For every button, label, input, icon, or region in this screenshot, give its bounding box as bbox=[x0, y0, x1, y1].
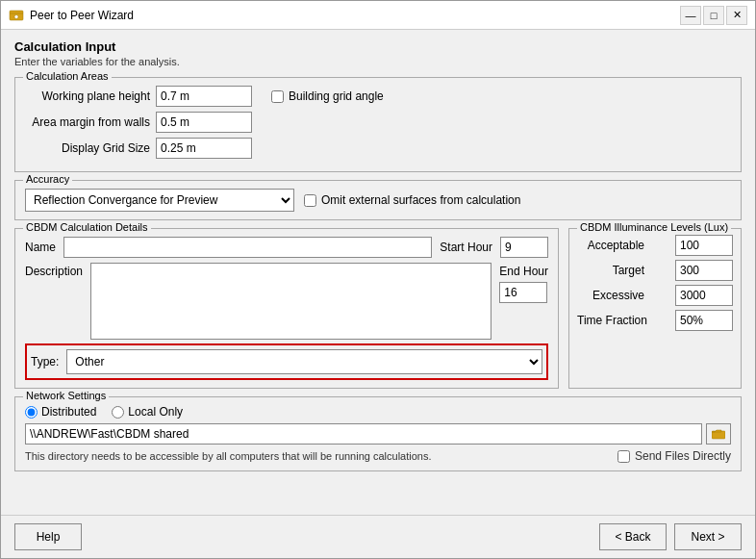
calculation-areas-label: Calculation Areas bbox=[23, 70, 112, 82]
building-grid-checkbox[interactable] bbox=[271, 90, 284, 103]
accuracy-label: Accuracy bbox=[23, 173, 72, 185]
accuracy-row: Reflection Convergance for Preview Omit … bbox=[25, 189, 731, 212]
close-button[interactable]: ✕ bbox=[726, 6, 747, 25]
display-grid-label: Display Grid Size bbox=[25, 141, 150, 155]
main-window: Peer to Peer Wizard — □ ✕ Calculation In… bbox=[0, 0, 756, 559]
target-label: Target bbox=[577, 264, 644, 277]
name-label: Name bbox=[25, 241, 56, 254]
path-input[interactable] bbox=[25, 423, 702, 445]
back-button[interactable]: < Back bbox=[599, 523, 667, 550]
time-fraction-input[interactable] bbox=[675, 310, 733, 331]
title-bar-left: Peer to Peer Wizard bbox=[9, 8, 134, 23]
acceptable-row: Acceptable bbox=[577, 235, 733, 256]
local-only-option: Local Only bbox=[112, 405, 183, 419]
minimize-button[interactable]: — bbox=[680, 6, 701, 25]
help-button[interactable]: Help bbox=[14, 523, 82, 550]
time-fraction-label: Time Fraction bbox=[577, 314, 647, 327]
distributed-radio[interactable] bbox=[25, 406, 38, 419]
target-input[interactable] bbox=[675, 260, 733, 281]
end-hour-label: End Hour bbox=[499, 265, 548, 278]
page-subtitle: Enter the variables for the analysis. bbox=[14, 56, 742, 67]
target-row: Target bbox=[577, 260, 733, 281]
working-plane-input[interactable] bbox=[156, 86, 252, 107]
send-files-checkbox[interactable] bbox=[617, 450, 630, 463]
type-row: Type: Other Residential Commercial Educa… bbox=[25, 343, 548, 380]
name-row: Name Start Hour bbox=[25, 237, 548, 258]
acceptable-input[interactable] bbox=[675, 235, 733, 256]
title-bar-controls: — □ ✕ bbox=[680, 6, 747, 25]
network-settings-group: Network Settings Distributed Local Only bbox=[14, 396, 742, 471]
area-margin-row: Area margin from walls bbox=[25, 112, 252, 133]
area-margin-label: Area margin from walls bbox=[25, 115, 150, 129]
acceptable-label: Acceptable bbox=[577, 239, 644, 252]
omit-label: Omit external surfaces from calculation bbox=[321, 193, 520, 207]
send-files-label: Send Files Directly bbox=[635, 449, 731, 463]
type-select[interactable]: Other Residential Commercial Educational bbox=[66, 349, 542, 374]
distributed-option: Distributed bbox=[25, 405, 96, 419]
start-hour-label: Start Hour bbox=[440, 241, 492, 254]
name-input[interactable] bbox=[63, 237, 432, 258]
area-margin-input[interactable] bbox=[156, 112, 252, 133]
working-plane-row: Working plane height bbox=[25, 86, 252, 107]
desc-label-wrap: Description bbox=[25, 263, 83, 278]
info-text-before: This directory needs to be accessible by bbox=[25, 450, 214, 462]
info-row: This directory needs to be accessible by… bbox=[25, 449, 731, 463]
next-button[interactable]: Next > bbox=[674, 523, 742, 550]
browse-button[interactable] bbox=[706, 423, 731, 445]
distributed-label: Distributed bbox=[41, 405, 96, 419]
footer: Help < Back Next > bbox=[1, 515, 755, 558]
cbdm-illuminance-group: CBDM Illuminance Levels (Lux) Acceptable… bbox=[568, 228, 742, 389]
calc-areas-top: Working plane height Area margin from wa… bbox=[25, 86, 731, 164]
svg-point-2 bbox=[14, 14, 18, 18]
working-plane-label: Working plane height bbox=[25, 89, 150, 103]
title-bar: Peer to Peer Wizard — □ ✕ bbox=[1, 1, 755, 30]
info-text: This directory needs to be accessible by… bbox=[25, 450, 432, 462]
excessive-row: Excessive bbox=[577, 285, 733, 306]
browse-icon bbox=[712, 428, 725, 440]
excessive-input[interactable] bbox=[675, 285, 733, 306]
path-row bbox=[25, 423, 731, 445]
display-grid-row: Display Grid Size bbox=[25, 138, 252, 159]
end-hour-group: End Hour bbox=[499, 263, 548, 303]
description-textarea[interactable] bbox=[90, 263, 491, 340]
app-icon bbox=[9, 8, 24, 23]
omit-checkbox[interactable] bbox=[304, 194, 316, 207]
cbdm-details-group: CBDM Calculation Details Name Start Hour… bbox=[14, 228, 559, 389]
window-title: Peer to Peer Wizard bbox=[30, 9, 134, 22]
building-grid-row: Building grid angle bbox=[271, 86, 384, 103]
local-only-label: Local Only bbox=[128, 405, 183, 419]
accuracy-group: Accuracy Reflection Convergance for Prev… bbox=[14, 180, 742, 220]
omit-row: Omit external surfaces from calculation bbox=[304, 193, 520, 207]
accuracy-select[interactable]: Reflection Convergance for Preview bbox=[25, 189, 294, 212]
start-hour-input[interactable] bbox=[500, 237, 548, 258]
type-label: Type: bbox=[31, 355, 59, 368]
end-hour-input[interactable] bbox=[499, 282, 547, 303]
building-grid-label: Building grid angle bbox=[289, 89, 384, 103]
maximize-button[interactable]: □ bbox=[703, 6, 724, 25]
content-area: Calculation Input Enter the variables fo… bbox=[1, 30, 755, 515]
send-files-row: Send Files Directly bbox=[617, 449, 731, 463]
excessive-label: Excessive bbox=[577, 289, 644, 302]
description-label: Description bbox=[25, 265, 83, 278]
calc-fields: Working plane height Area margin from wa… bbox=[25, 86, 252, 164]
desc-row: Description End Hour bbox=[25, 263, 548, 340]
network-settings-label: Network Settings bbox=[23, 390, 109, 401]
cbdm-section: CBDM Calculation Details Name Start Hour… bbox=[14, 228, 742, 389]
network-radio-row: Distributed Local Only bbox=[25, 405, 731, 419]
local-only-radio[interactable] bbox=[112, 406, 124, 419]
cbdm-illuminance-label: CBDM Illuminance Levels (Lux) bbox=[577, 221, 731, 233]
footer-right: < Back Next > bbox=[599, 523, 742, 550]
page-title: Calculation Input bbox=[14, 39, 742, 54]
display-grid-input[interactable] bbox=[156, 138, 252, 159]
calculation-areas-group: Calculation Areas Working plane height A… bbox=[14, 77, 742, 172]
time-fraction-row: Time Fraction bbox=[577, 310, 733, 331]
cbdm-details-label: CBDM Calculation Details bbox=[23, 221, 151, 233]
info-text-blue: all computers that will be running calcu… bbox=[216, 450, 432, 462]
